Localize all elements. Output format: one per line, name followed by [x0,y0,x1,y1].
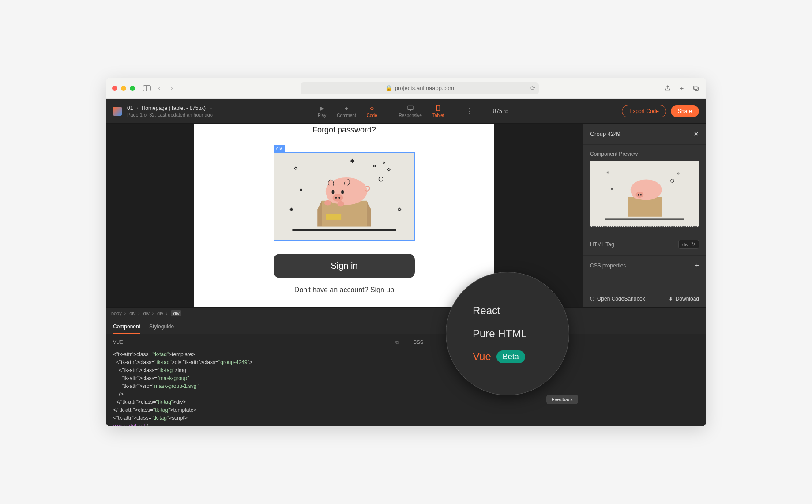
tablet-icon [435,105,442,112]
back-button[interactable]: ‹ [155,83,163,93]
forward-button[interactable]: › [168,83,176,93]
bc-item[interactable]: div› [129,310,139,316]
browser-window: ‹ › 🔒 projects.animaapp.com ⟳ + 01 › [106,78,706,426]
panel-header: Group 4249 ✕ [583,124,706,145]
inspector-panel: Group 4249 ✕ Component Preview [583,124,706,307]
url-text: projects.animaapp.com [395,85,454,91]
pane-label: CSS [414,339,424,345]
pane-label: VUE [113,339,123,345]
responsive-tool[interactable]: Responsive [399,105,422,118]
sign-up-text[interactable]: Don't have an account? Sign up [207,286,481,294]
svg-point-28 [636,192,644,198]
reset-icon[interactable]: ↻ [691,241,695,247]
svg-point-15 [335,197,337,199]
svg-point-17 [332,190,335,194]
divider [455,105,455,118]
url-bar[interactable]: 🔒 projects.animaapp.com ⟳ [301,82,539,94]
anima-logo-icon[interactable] [113,107,122,116]
svg-rect-1 [695,87,698,90]
new-tab-icon[interactable]: + [678,84,686,92]
topbar-right: Export Code Share [622,105,699,117]
bc-item[interactable]: div› [143,310,154,316]
vue-code-pane[interactable]: VUE ⧉ <"tk-attr">class="tk-tag">template… [106,334,406,426]
codesandbox-icon: ⬡ [590,296,594,302]
feedback-button[interactable]: Feedback [546,395,578,404]
canvas-width: 875 px [493,108,508,114]
share-button[interactable]: Share [671,105,699,117]
breadcrumb-page[interactable]: Homepage (Tablet - 875px) [142,105,206,111]
add-property-icon[interactable]: + [695,262,699,270]
selected-element[interactable]: div [274,152,415,241]
play-icon: ▶ [319,105,326,112]
divider [388,105,388,118]
minimize-window-button[interactable] [121,86,126,91]
component-preview-section: Component Preview [583,145,706,233]
sidebar-toggle-icon[interactable] [143,85,151,91]
tablet-tool[interactable]: Tablet [432,105,444,118]
open-codesandbox-button[interactable]: ⬡ Open CodeSandbox [590,296,645,302]
download-button[interactable]: ⬇ Download [669,296,699,302]
play-tool[interactable]: ▶ Play [318,105,326,118]
svg-rect-11 [326,214,341,220]
vue-code-content: <"tk-attr">class="tk-tag">template> <"tk… [113,350,399,426]
titlebar-right-icons: + [664,84,700,92]
bc-item[interactable]: body› [111,310,126,316]
copy-icon[interactable]: ⧉ [395,339,399,345]
svg-point-16 [338,197,340,199]
code-tabs: Component Styleguide [106,319,706,334]
chevron-right-icon: › [136,105,138,110]
tabs-overview-icon[interactable] [692,84,700,92]
html-tag-label: HTML Tag [590,241,614,248]
framework-option-react[interactable]: React [473,305,569,317]
html-tag-section: HTML Tag div ↻ [583,233,706,256]
dom-breadcrumb: body› div› div› div› div [106,307,706,319]
refresh-icon[interactable]: ⟳ [530,85,535,91]
comment-icon: ● [343,105,350,112]
tab-styleguide[interactable]: Styleguide [149,323,174,334]
code-section: body› div› div› div› div Component Style… [106,307,706,426]
close-panel-icon[interactable]: ✕ [693,130,699,138]
svg-rect-0 [694,86,697,89]
html-tag-select[interactable]: div ↻ [678,240,699,249]
code-panels: VUE ⧉ <"tk-attr">class="tk-tag">template… [106,334,706,426]
selection-tag-badge: div [274,145,285,152]
preview-thumbnail [590,161,699,227]
framework-option-purehtml[interactable]: Pure HTML [473,327,569,340]
code-tool[interactable]: ‹› Code [367,105,377,118]
svg-point-30 [640,194,642,196]
close-window-button[interactable] [112,86,117,91]
share-icon[interactable] [664,84,672,92]
panel-bottombar: ⬡ Open CodeSandbox ⬇ Download [583,290,706,307]
framework-menu-magnified: React Pure HTML Vue Beta [446,272,569,395]
browser-titlebar: ‹ › 🔒 projects.animaapp.com ⟳ + [106,78,706,99]
comment-tool[interactable]: ● Comment [337,105,356,118]
main-row: Forgot password? div [106,124,706,307]
app-topbar: 01 › Homepage (Tablet - 875px) ⌄ Page 1 … [106,99,706,124]
artboard: Forgot password? div [194,124,494,307]
svg-rect-2 [408,106,413,109]
lock-icon: 🔒 [385,85,392,91]
panel-title: Group 4249 [590,131,620,137]
anima-app: 01 › Homepage (Tablet - 875px) ⌄ Page 1 … [106,99,706,426]
breadcrumb-root[interactable]: 01 [127,105,133,111]
bc-item-active[interactable]: div [171,310,181,316]
breadcrumbs: 01 › Homepage (Tablet - 875px) ⌄ Page 1 … [127,105,213,117]
beta-badge: Beta [496,350,525,363]
css-props-label: CSS properties [590,263,626,269]
forgot-password-text: Forgot password? [207,124,481,135]
export-code-button[interactable]: Export Code [622,105,666,117]
more-menu-icon[interactable]: ⋮ [466,107,474,115]
sign-in-button[interactable]: Sign in [274,254,415,278]
tab-component[interactable]: Component [113,323,140,334]
maximize-window-button[interactable] [130,86,135,91]
bc-item[interactable]: div› [157,310,167,316]
pig-illustration [274,153,414,240]
svg-rect-3 [437,105,440,111]
svg-point-20 [337,201,344,207]
chevron-down-icon[interactable]: ⌄ [209,105,213,110]
code-icon: ‹› [368,105,376,112]
svg-point-14 [333,194,343,202]
svg-point-19 [324,200,331,206]
framework-option-vue[interactable]: Vue Beta [473,350,569,363]
page-status: Page 1 of 32. Last updated an hour ago [127,112,213,117]
